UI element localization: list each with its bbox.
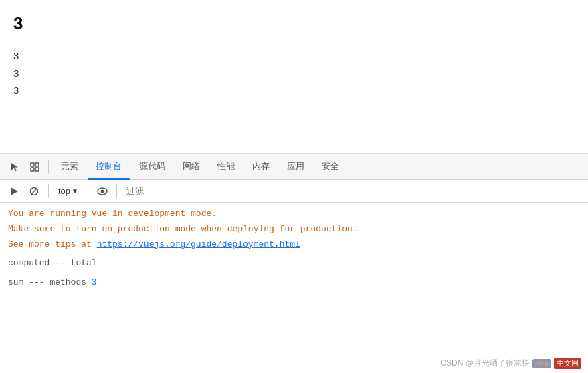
content-line-1: 3 [13, 47, 575, 65]
filter-input[interactable] [122, 184, 229, 197]
toolbar-separator-2 [88, 184, 88, 198]
toolbar-separator-3 [116, 184, 117, 198]
content-line-2: 3 [13, 65, 575, 82]
tab-memory[interactable]: 内存 [244, 154, 278, 180]
watermark-site: 中文网 [554, 358, 581, 369]
watermark: CSDN @月光晒了很凉快 php 中文网 [440, 358, 581, 369]
console-line-vue-2: Make sure to turn on production mode whe… [8, 222, 580, 237]
cursor-icon-btn[interactable] [5, 158, 24, 176]
tab-elements[interactable]: 元素 [53, 154, 86, 180]
svg-line-6 [31, 189, 37, 194]
devtools-panel: 元素 控制台 源代码 网络 性能 内存 应用 安全 top ▼ [0, 154, 588, 373]
console-output: You are running Vue in development mode.… [0, 203, 588, 373]
devtools-tabs-bar: 元素 控制台 源代码 网络 性能 内存 应用 安全 [0, 154, 588, 180]
watermark-php-badge: php [532, 359, 551, 368]
svg-rect-1 [35, 163, 39, 166]
svg-rect-3 [35, 168, 39, 171]
content-area: 3 3 3 3 [0, 0, 588, 154]
vue-deployment-link[interactable]: https://vuejs.org/guide/deployment.html [97, 239, 300, 249]
svg-rect-2 [31, 168, 34, 171]
toolbar-separator [48, 184, 49, 198]
svg-rect-0 [31, 163, 34, 166]
sum-value: 3 [92, 277, 97, 287]
dropdown-arrow-icon: ▼ [72, 187, 78, 195]
console-line-vue-3: See more tips at https://vuejs.org/guide… [8, 237, 580, 253]
php-label: php [535, 360, 549, 368]
inspect-icon-btn[interactable] [25, 158, 44, 176]
console-line-computed: computed -- total [8, 256, 580, 271]
top-dropdown[interactable]: top ▼ [54, 184, 82, 197]
console-line-vue-1: You are running Vue in development mode. [8, 207, 580, 222]
block-icon-btn[interactable] [25, 182, 43, 200]
devtools-toolbar: top ▼ [0, 180, 588, 203]
run-icon-btn[interactable] [5, 182, 23, 200]
tab-network[interactable]: 网络 [175, 154, 208, 180]
tab-separator [48, 160, 49, 174]
content-heading: 3 [13, 13, 575, 34]
tab-console[interactable]: 控制台 [88, 154, 130, 180]
top-label: top [58, 186, 70, 196]
tab-performance[interactable]: 性能 [209, 154, 243, 180]
eye-icon-btn[interactable] [94, 182, 111, 200]
svg-point-8 [100, 189, 104, 193]
tab-security[interactable]: 安全 [314, 154, 347, 180]
content-line-3: 3 [13, 82, 575, 99]
watermark-csdn: CSDN @月光晒了很凉快 [440, 358, 530, 369]
tab-application[interactable]: 应用 [279, 154, 312, 180]
console-line-sum: sum --- methods 3 [8, 275, 580, 291]
tab-sources[interactable]: 源代码 [131, 154, 173, 180]
svg-marker-4 [11, 187, 18, 195]
